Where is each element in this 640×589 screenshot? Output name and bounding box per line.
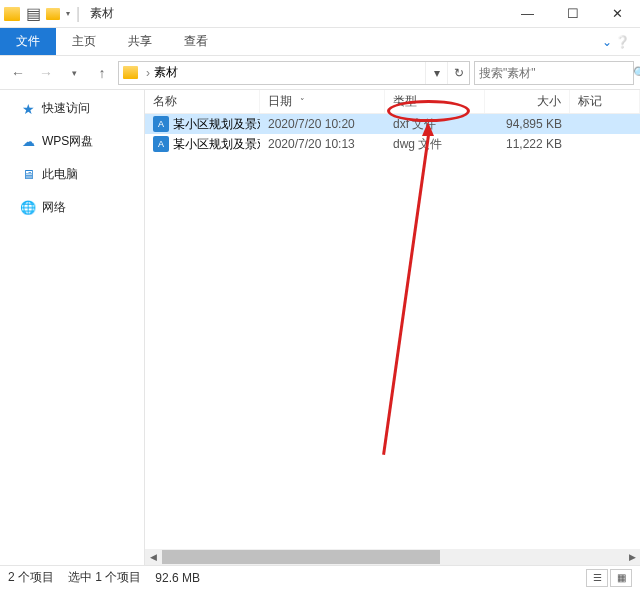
- breadcrumb-sep: ›: [142, 66, 154, 80]
- column-header-size[interactable]: 大小: [485, 90, 570, 113]
- column-header-row: 名称 日期˅ 类型 大小 标记: [145, 90, 640, 114]
- window-title: 素材: [84, 5, 505, 22]
- monitor-icon: 🖥: [20, 167, 36, 183]
- ribbon: 文件 主页 共享 查看 ⌄ ❔: [0, 28, 640, 56]
- close-button[interactable]: ✕: [595, 0, 640, 28]
- tab-view[interactable]: 查看: [168, 28, 224, 55]
- qat-open-icon[interactable]: [46, 8, 60, 20]
- sidebar-item-quick-access[interactable]: ★ 快速访问: [0, 96, 144, 121]
- cloud-icon: ☁: [20, 134, 36, 150]
- nav-recent-caret[interactable]: ▾: [62, 61, 86, 85]
- file-list: 名称 日期˅ 类型 大小 标记 A 某小区规划及景观... 2020/7/20 …: [145, 90, 640, 565]
- title-bar: ▤ ▾ | 素材 — ☐ ✕: [0, 0, 640, 28]
- refresh-button[interactable]: ↻: [447, 62, 469, 84]
- scroll-left-arrow[interactable]: ◀: [145, 549, 161, 565]
- file-size-cell: 11,222 KB: [485, 137, 570, 151]
- search-input[interactable]: [475, 66, 633, 80]
- sidebar-item-network[interactable]: 🌐 网络: [0, 195, 144, 220]
- horizontal-scrollbar[interactable]: ◀ ▶: [145, 549, 640, 565]
- sidebar-item-wps[interactable]: ☁ WPS网盘: [0, 129, 144, 154]
- file-type-cell: dxf 文件: [385, 116, 485, 133]
- tab-file[interactable]: 文件: [0, 28, 56, 55]
- column-header-name[interactable]: 名称: [145, 90, 260, 113]
- tab-home[interactable]: 主页: [56, 28, 112, 55]
- maximize-button[interactable]: ☐: [550, 0, 595, 28]
- status-bar: 2 个项目 选中 1 个项目 92.6 MB ☰ ▦: [0, 565, 640, 589]
- address-folder-icon: [123, 66, 138, 79]
- file-date-cell: 2020/7/20 10:13: [260, 137, 385, 151]
- minimize-button[interactable]: —: [505, 0, 550, 28]
- sidebar-item-label: 网络: [42, 199, 66, 216]
- star-icon: ★: [20, 101, 36, 117]
- scroll-right-arrow[interactable]: ▶: [624, 549, 640, 565]
- column-header-date[interactable]: 日期˅: [260, 90, 385, 113]
- column-header-tag[interactable]: 标记: [570, 90, 640, 113]
- file-icon: A: [153, 136, 169, 152]
- sidebar-item-label: 此电脑: [42, 166, 78, 183]
- file-icon: A: [153, 116, 169, 132]
- sort-indicator-icon: ˅: [300, 97, 305, 107]
- folder-icon: [4, 7, 20, 21]
- tab-share[interactable]: 共享: [112, 28, 168, 55]
- column-header-type[interactable]: 类型: [385, 90, 485, 113]
- view-icons-button[interactable]: ▦: [610, 569, 632, 587]
- nav-up-button[interactable]: ↑: [90, 61, 114, 85]
- file-type-cell: dwg 文件: [385, 136, 485, 153]
- status-selection: 选中 1 个项目: [68, 569, 141, 586]
- view-details-button[interactable]: ☰: [586, 569, 608, 587]
- sidebar-item-label: WPS网盘: [42, 133, 93, 150]
- status-item-count: 2 个项目: [8, 569, 54, 586]
- network-icon: 🌐: [20, 200, 36, 216]
- sidebar-item-label: 快速访问: [42, 100, 90, 117]
- breadcrumb-item[interactable]: 素材: [154, 64, 178, 81]
- qat-overflow-icon[interactable]: ▾: [62, 9, 74, 18]
- file-size-cell: 94,895 KB: [485, 117, 570, 131]
- search-box[interactable]: 🔍: [474, 61, 634, 85]
- file-row[interactable]: A 某小区规划及景观... 2020/7/20 10:20 dxf 文件 94,…: [145, 114, 640, 134]
- file-date-cell: 2020/7/20 10:20: [260, 117, 385, 131]
- nav-bar: ← → ▾ ↑ › 素材 ▾ ↻ 🔍: [0, 56, 640, 90]
- scroll-thumb[interactable]: [162, 550, 440, 564]
- ribbon-help-icon[interactable]: ⌄ ❔: [592, 28, 640, 55]
- sidebar-item-this-pc[interactable]: 🖥 此电脑: [0, 162, 144, 187]
- qat-properties-icon[interactable]: ▤: [22, 3, 44, 25]
- address-dropdown[interactable]: ▾: [425, 62, 447, 84]
- nav-back-button[interactable]: ←: [6, 61, 30, 85]
- file-row[interactable]: A 某小区规划及景观... 2020/7/20 10:13 dwg 文件 11,…: [145, 134, 640, 154]
- file-name-cell: A 某小区规划及景观...: [145, 136, 260, 153]
- file-name-cell: A 某小区规划及景观...: [145, 116, 260, 133]
- address-bar[interactable]: › 素材 ▾ ↻: [118, 61, 470, 85]
- nav-forward-button[interactable]: →: [34, 61, 58, 85]
- search-icon[interactable]: 🔍: [633, 66, 640, 80]
- status-size: 92.6 MB: [155, 571, 200, 585]
- sidebar: ★ 快速访问 ☁ WPS网盘 🖥 此电脑 🌐 网络: [0, 90, 145, 565]
